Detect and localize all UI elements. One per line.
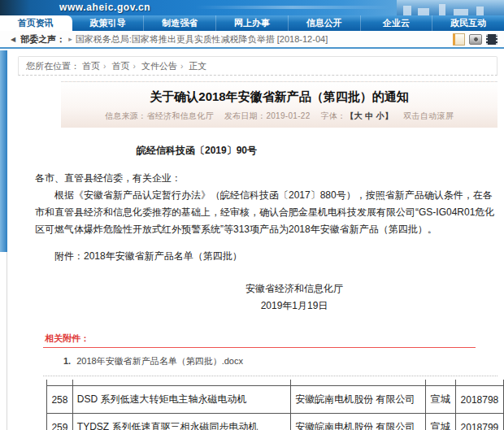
dotted-divider: [43, 376, 497, 376]
document-number: 皖经信科技函〔2019〕90号: [137, 144, 504, 158]
attachment-docx-link[interactable]: 2018年安徽省新产品名单（第四批）.docx: [76, 356, 243, 366]
breadcrumb-item-current: 正文: [189, 61, 206, 71]
news-ticker: ◀ 部委之声： ▸ 国家税务总局:国家将推出更具实质性减税降负举措 [2018-…: [0, 31, 504, 49]
article-body: 各市、直管县经信委，有关企业： 根据《安徽省新产品认定暂行办法》（皖经信科技函〔…: [35, 170, 497, 238]
page-title: 关于确认2018年安徽省新产品（第四批）的通知: [61, 82, 497, 111]
meta-source-label: 信息来源：: [105, 111, 147, 120]
cell-company: 安徽皖南电机股份 有限公司: [291, 414, 426, 430]
related-attachments-heading: 相关附件：: [45, 332, 504, 345]
attachment-index: 1.: [63, 356, 71, 366]
cell-city: 宣城: [425, 386, 455, 414]
ticker-left-arrow-icon: ◀: [11, 36, 15, 43]
banner-decoration: [195, 6, 390, 9]
cell-code: 2018798: [455, 386, 503, 414]
left-border-line: [7, 252, 7, 430]
meta-font-label: 字体：: [321, 111, 346, 120]
nav-tab-manufacturing[interactable]: 制造强省: [144, 15, 216, 31]
article-meta: 信息来源：省经济和信息化厅 发布日期：2019-01-22 字体：【大 中 小】…: [61, 111, 497, 128]
red-divider: [43, 347, 476, 348]
salutation: 各市、直管县经信委，有关企业：: [35, 170, 497, 187]
cell-company: 安徽皖南电机股份 有限公司: [291, 386, 426, 414]
table-row: 259 TYDSZ 系列低速直驱三相永磁同步电动机 安徽皖南电机股份 有限公司 …: [47, 414, 504, 430]
site-url: www.aheic.gov.cn: [59, 0, 150, 15]
meta-date: 2019-01-22: [266, 111, 310, 120]
camera-icon[interactable]: [469, 34, 482, 45]
signature-block: 安徽省经济和信息化厅 2019年1月19日: [91, 280, 497, 315]
left-blue-strip: [0, 50, 7, 252]
attachment-line: 附件：2018年安徽省新产品名单（第四批）: [35, 250, 497, 263]
breadcrumb-separator: ›: [103, 62, 106, 71]
font-size-switcher[interactable]: 【大 中 小】: [346, 111, 393, 120]
ticker-media-buttons: [453, 33, 497, 46]
related-attachments: 相关附件： 1.2018年安徽省新产品名单（第四批）.docx: [0, 332, 504, 376]
ticker-news-date: [2018-12-04]: [277, 34, 328, 44]
ticker-bullet-icon: ▸: [68, 35, 72, 43]
signer-name: 安徽省经济和信息化厅: [91, 280, 497, 298]
table-row-cutoff: [47, 380, 504, 386]
banner-cityscape-image: [397, 0, 504, 15]
product-table: 258 DSD 系列低速大转矩电主轴永磁电动机 安徽皖南电机股份 有限公司 宣城…: [46, 380, 504, 430]
breadcrumb: 您所在位置： 首页› 首页› 文件公告› 正文: [18, 56, 497, 76]
nav-tab-info-disclosure[interactable]: 信息公开: [289, 15, 361, 31]
nav-tab-enterprise-cloud[interactable]: 企业云: [361, 15, 433, 31]
signature-date: 2019年1月19日: [91, 298, 497, 315]
breadcrumb-item-notices[interactable]: 文件公告: [141, 61, 177, 71]
attachment-list-item: 1.2018年安徽省新产品名单（第四批）.docx: [63, 355, 504, 367]
nav-tab-online-services[interactable]: 网上办事: [216, 15, 289, 31]
nav-tab-policy[interactable]: 政策引导: [72, 15, 145, 31]
breadcrumb-prefix: 您所在位置：: [26, 61, 80, 71]
breadcrumb-separator: ›: [133, 62, 135, 71]
nav-tab-home[interactable]: 首页资讯: [0, 15, 72, 31]
film-icon[interactable]: [486, 34, 497, 45]
breadcrumb-item-home[interactable]: 首页: [82, 61, 100, 71]
cell-product-name: DSD 系列低速大转矩电主轴永磁电动机: [72, 386, 290, 414]
ticker-label: 部委之声：: [20, 33, 65, 46]
main-nav: 首页资讯 政策引导 制造强省 网上办事 信息公开 企业云 政民互动: [0, 15, 504, 31]
cell-row-number: 258: [47, 386, 73, 414]
breadcrumb-separator: ›: [180, 62, 183, 71]
table-row: 258 DSD 系列低速大转矩电主轴永磁电动机 安徽皖南电机股份 有限公司 宣城…: [47, 386, 504, 414]
cell-city: 宣城: [425, 414, 455, 430]
ticker-news-link[interactable]: 国家税务总局:国家将推出更具实质性减税降负举措 [2018-12-04]: [76, 33, 328, 46]
meta-autoscroll-hint: 双击自动滚屏: [403, 111, 454, 120]
breadcrumb-item-home2[interactable]: 首页: [111, 61, 129, 71]
cell-code: 2018799: [455, 414, 503, 430]
meta-source: 省经济和信息化厅: [146, 111, 213, 120]
article-header: 关于确认2018年安徽省新产品（第四批）的通知 信息来源：省经济和信息化厅 发布…: [61, 81, 497, 128]
cell-product-name: TYDSZ 系列低速直驱三相永磁同步电动机: [72, 414, 290, 430]
cell-row-number: 259: [47, 414, 73, 430]
nav-tab-gov-interaction[interactable]: 政民互动: [432, 15, 504, 31]
main-paragraph: 根据《安徽省新产品认定暂行办法》（皖经信科技函〔2017〕880号），按照省新产…: [35, 187, 497, 238]
site-banner: www.aheic.gov.cn: [0, 0, 504, 15]
meta-date-label: 发布日期：: [224, 111, 267, 120]
notebook-icon[interactable]: [453, 33, 465, 46]
